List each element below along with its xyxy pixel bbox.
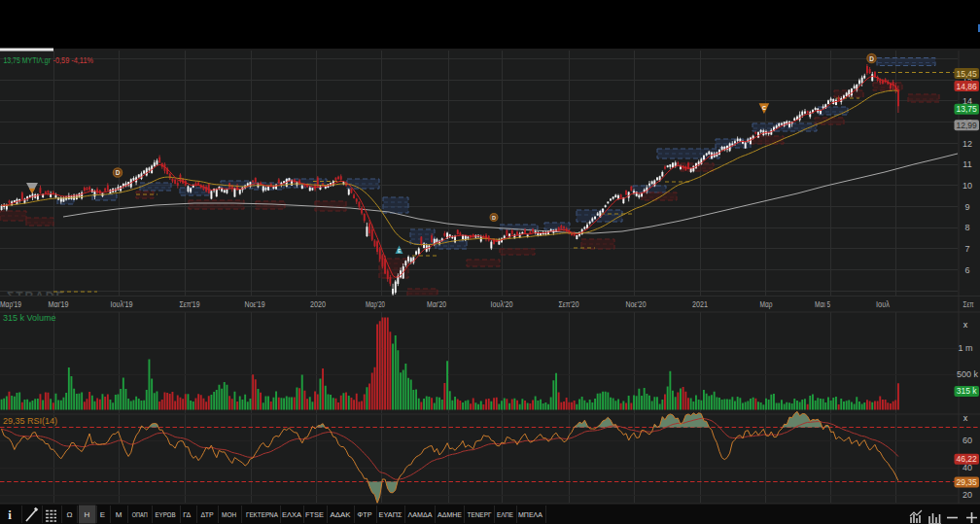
- svg-text:ΓΕΚΤΕΡΝΑ: ΓΕΚΤΕΡΝΑ: [246, 510, 279, 519]
- svg-text:Ιουλ'19: Ιουλ'19: [111, 299, 133, 309]
- svg-text:Μαι 5: Μαι 5: [815, 299, 830, 309]
- svg-text:46,22: 46,22: [957, 454, 978, 464]
- svg-text:6: 6: [964, 265, 969, 275]
- svg-text:Μαι'19: Μαι'19: [49, 299, 69, 309]
- svg-text:ΦΤΡ: ΦΤΡ: [358, 510, 372, 519]
- svg-text:2021: 2021: [692, 299, 708, 309]
- svg-text:D: D: [116, 169, 121, 176]
- svg-text:315 k Volume: 315 k Volume: [3, 313, 56, 323]
- svg-text:Νοε'19: Νοε'19: [245, 299, 265, 309]
- svg-text:x: x: [963, 413, 968, 423]
- svg-text:10: 10: [962, 181, 972, 191]
- svg-text:29,35: 29,35: [957, 477, 978, 487]
- svg-text:Ιουλ'20: Ιουλ'20: [491, 299, 513, 309]
- svg-text:Μ: Μ: [116, 510, 122, 519]
- svg-text:Η: Η: [85, 510, 90, 519]
- svg-text:Σεπ'20: Σεπ'20: [559, 299, 579, 309]
- svg-text:12: 12: [962, 139, 972, 149]
- svg-text:ΑΔΑΚ: ΑΔΑΚ: [331, 510, 352, 519]
- svg-text:i: i: [8, 507, 12, 522]
- svg-text:Σεπ: Σεπ: [963, 299, 974, 309]
- svg-text:ΕΥΡΩΒ: ΕΥΡΩΒ: [156, 510, 176, 519]
- svg-text:Μαι'20: Μαι'20: [427, 299, 446, 309]
- svg-text:Μαρ: Μαρ: [760, 299, 773, 309]
- svg-text:ΕΛΧΑ: ΕΛΧΑ: [282, 510, 302, 519]
- svg-text:14,86: 14,86: [957, 82, 978, 91]
- svg-text:ΕΥΑΠΣ: ΕΥΑΠΣ: [379, 510, 402, 519]
- svg-text:-0,59 -4,11%: -0,59 -4,11%: [53, 55, 94, 65]
- svg-text:Ε: Ε: [100, 510, 105, 519]
- svg-text:13,75: 13,75: [957, 104, 978, 114]
- svg-text:Μαρ'20: Μαρ'20: [366, 299, 385, 309]
- svg-text:500 k: 500 k: [957, 369, 979, 379]
- svg-text:Ιουλ: Ιουλ: [876, 299, 891, 309]
- svg-text:ΛΑΜΔΑ: ΛΑΜΔΑ: [408, 510, 434, 519]
- svg-text:20: 20: [962, 490, 972, 500]
- svg-text:ΕΛΠΕ: ΕΛΠΕ: [497, 510, 513, 519]
- svg-text:9: 9: [964, 202, 969, 212]
- svg-text:12,99: 12,99: [957, 121, 978, 130]
- svg-text:7: 7: [964, 244, 969, 254]
- svg-text:ΜΟΗ: ΜΟΗ: [222, 510, 236, 519]
- svg-text:FTSE: FTSE: [305, 510, 324, 519]
- svg-text:11: 11: [962, 159, 971, 169]
- svg-text:1 m: 1 m: [958, 343, 972, 353]
- svg-text:D: D: [492, 215, 496, 221]
- svg-text:15,45: 15,45: [957, 69, 978, 79]
- svg-text:ΤΕΝΕΡΓ: ΤΕΝΕΡΓ: [468, 510, 492, 519]
- svg-text:ΜΠΕΛΑ: ΜΠΕΛΑ: [518, 510, 543, 519]
- svg-text:13,75 ΜΥΤΙΛ.gr: 13,75 ΜΥΤΙΛ.gr: [4, 55, 52, 65]
- svg-text:Σεπ'19: Σεπ'19: [180, 299, 200, 309]
- svg-text:60: 60: [962, 436, 972, 445]
- svg-text:D: D: [869, 55, 874, 62]
- svg-text:ΓΔ: ΓΔ: [183, 510, 192, 519]
- svg-text:ΟΠΑΠ: ΟΠΑΠ: [132, 510, 148, 519]
- svg-text:Ω: Ω: [67, 510, 73, 519]
- svg-text:8: 8: [964, 223, 969, 232]
- svg-text:C: C: [762, 105, 766, 111]
- svg-text:x: x: [963, 320, 968, 330]
- svg-text:315 k: 315 k: [957, 386, 978, 396]
- svg-text:Μαρ'19: Μαρ'19: [0, 299, 21, 309]
- svg-text:29,35 RSI(14): 29,35 RSI(14): [3, 416, 57, 426]
- svg-text:ΔΤΡ: ΔΤΡ: [201, 510, 214, 519]
- svg-text:2020: 2020: [310, 299, 326, 309]
- svg-text:ΑΔΜΗΕ: ΑΔΜΗΕ: [438, 510, 462, 519]
- svg-text:Νοε'20: Νοε'20: [626, 299, 647, 309]
